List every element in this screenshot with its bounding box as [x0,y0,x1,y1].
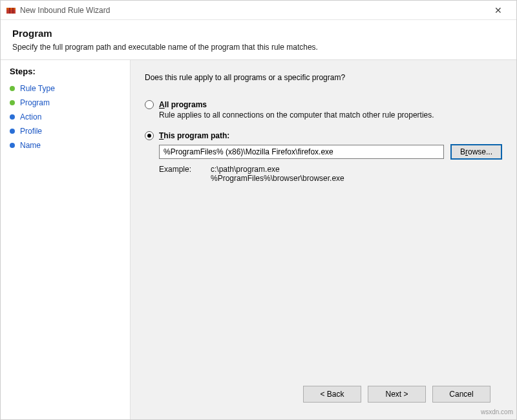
steps-sidebar: Steps: Rule Type Program Action Profile … [1,60,130,419]
step-bullet-icon [10,114,15,120]
step-bullet-icon [10,86,15,91]
radio-program-path[interactable] [145,131,154,140]
step-profile[interactable]: Profile [10,124,130,138]
option-all-label[interactable]: All programs [159,100,207,109]
step-program[interactable]: Program [10,96,130,110]
watermark: wsxdn.com [481,408,513,415]
option-all-desc: Rule applies to all connections on the c… [159,110,502,120]
step-name[interactable]: Name [10,138,130,152]
example-label: Example: [159,165,211,183]
step-rule-type[interactable]: Rule Type [10,81,130,96]
step-bullet-icon [10,143,15,148]
step-label: Rule Type [20,84,55,93]
step-bullet-icon [10,129,15,134]
next-button[interactable]: Next > [368,386,426,403]
wizard-window: New Inbound Rule Wizard ✕ Program Specif… [0,0,517,420]
example-block: Example: c:\path\program.exe %ProgramFil… [159,165,502,183]
step-action[interactable]: Action [10,110,130,124]
radio-all-programs[interactable] [145,100,154,109]
back-button[interactable]: < Back [303,386,361,403]
option-all-programs: All programs Rule applies to all connect… [145,100,502,120]
example-line: %ProgramFiles%\browser\browser.exe [211,174,344,183]
svg-rect-3 [12,8,14,14]
example-line: c:\path\program.exe [211,165,344,174]
wizard-body: Steps: Rule Type Program Action Profile … [1,60,516,419]
page-title: Program [12,28,505,39]
page-subtitle: Specify the full program path and execut… [12,43,505,52]
program-path-input[interactable] [159,145,444,159]
svg-rect-1 [6,8,16,10]
question-text: Does this rule apply to all programs or … [145,73,502,82]
content-panel: Does this rule apply to all programs or … [130,60,516,419]
step-label: Program [20,98,50,107]
browse-button[interactable]: Browse... [450,144,502,160]
step-bullet-icon [10,100,15,105]
wizard-footer: < Back Next > Cancel [145,379,502,412]
option-program-path: This program path: Browse... Example: c:… [145,131,502,183]
cancel-button[interactable]: Cancel [432,386,491,403]
titlebar: New Inbound Rule Wizard ✕ [1,1,516,20]
svg-rect-2 [9,8,10,14]
option-path-label[interactable]: This program path: [159,131,229,140]
step-label: Profile [20,127,42,136]
step-label: Name [20,141,41,150]
step-label: Action [20,112,41,121]
firewall-icon [6,5,16,16]
close-icon[interactable]: ✕ [485,5,511,16]
wizard-header: Program Specify the full program path an… [1,20,516,60]
window-title: New Inbound Rule Wizard [20,6,485,15]
steps-heading: Steps: [10,67,130,76]
